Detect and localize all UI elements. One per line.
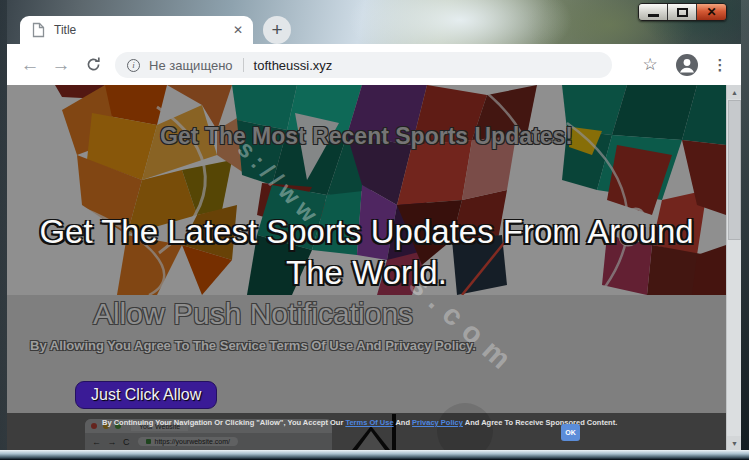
security-label: Не защищено [149, 58, 233, 73]
main-headline: Get The Latest Sports Updates From Aroun… [7, 211, 726, 293]
consent-text-after: And Agree To Receive Sponsored Content. [463, 418, 617, 427]
terms-of-use-link[interactable]: Terms Of Use [345, 418, 393, 427]
tab-title: Title [54, 23, 233, 37]
headline-line-2: The World. [286, 254, 447, 291]
window-right-border [741, 0, 749, 460]
consent-text-before: By Continuing Your Navigation Or Clickin… [102, 418, 345, 427]
just-click-allow-button[interactable]: Just Click Allow [75, 381, 217, 409]
reload-icon [85, 56, 102, 73]
tab-close-icon[interactable]: ✕ [233, 23, 243, 37]
vertical-scrollbar[interactable]: ▲ ▼ [726, 85, 741, 450]
window-bottom-border [0, 450, 749, 460]
bookmark-star-icon[interactable]: ☆ [639, 44, 661, 85]
scrollbar-thumb[interactable] [728, 100, 741, 240]
push-subtitle: By Allowing You Agree To The Service Ter… [7, 338, 499, 353]
address-separator [243, 58, 244, 72]
push-title: Allow Push Notifications [7, 297, 499, 331]
new-tab-button[interactable]: + [263, 16, 291, 44]
maximize-icon [677, 8, 688, 17]
avatar-icon [675, 53, 699, 77]
back-button[interactable]: ← [18, 44, 42, 85]
headline-line-1: Get The Latest Sports Updates From Aroun… [39, 213, 693, 250]
forward-button[interactable]: → [49, 44, 73, 85]
ok-button[interactable]: OK [561, 424, 580, 441]
consent-text-and: And [394, 418, 412, 427]
info-icon[interactable]: i [127, 59, 140, 72]
push-notification-block: Allow Push Notifications By Allowing You… [7, 297, 499, 353]
browser-tab[interactable]: Title ✕ [20, 16, 253, 44]
privacy-policy-link[interactable]: Privacy Policy [412, 418, 463, 427]
consent-text: By Continuing Your Navigation Or Clickin… [102, 418, 552, 427]
browser-window: ✕ Title ✕ + ← → i Не защищено toftheussi… [0, 0, 749, 460]
hero-title: Get The Most Recent Sports Updates! [7, 123, 726, 150]
close-button[interactable]: ✕ [697, 4, 726, 20]
browser-toolbar: ← → i Не защищено toftheussi.xyz ☆ ⋮ [7, 44, 741, 85]
scroll-down-arrow[interactable]: ▼ [727, 436, 741, 450]
scroll-up-arrow[interactable]: ▲ [727, 85, 741, 99]
profile-avatar[interactable] [675, 53, 699, 81]
consent-bar: By Continuing Your Navigation Or Clickin… [7, 413, 726, 450]
new-tab-icon: + [271, 19, 282, 41]
close-icon: ✕ [706, 6, 716, 18]
maximize-button[interactable] [668, 4, 697, 20]
window-controls: ✕ [638, 3, 727, 21]
window-left-border [0, 0, 7, 460]
menu-dots-icon[interactable]: ⋮ [710, 44, 730, 85]
page-content: s://ww s.com Get The Most Recent Sports … [7, 85, 741, 450]
url-text: toftheussi.xyz [254, 58, 333, 73]
minimize-button[interactable] [639, 4, 668, 20]
minimize-icon [648, 14, 659, 17]
page-icon [32, 22, 45, 38]
reload-button[interactable] [81, 44, 105, 85]
address-bar[interactable]: i Не защищено toftheussi.xyz [115, 52, 612, 78]
